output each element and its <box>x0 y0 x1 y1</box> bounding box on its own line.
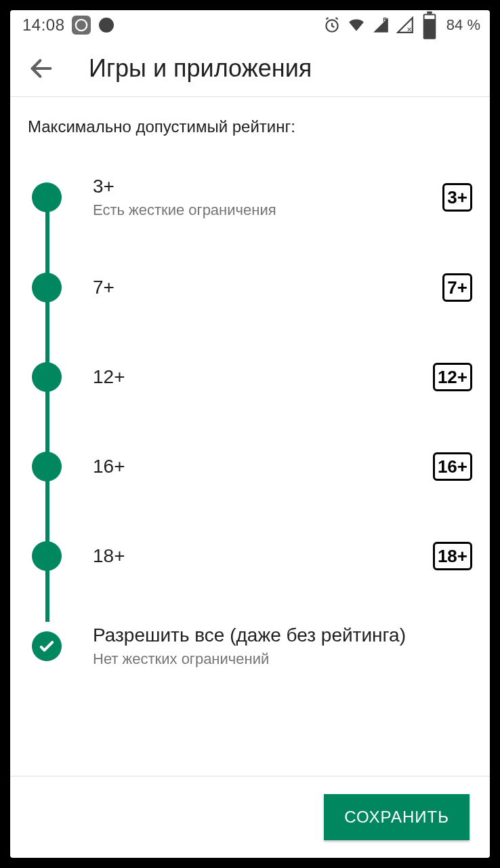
rating-option-3plus[interactable]: 3+ Есть жесткие ограничения 3+ <box>28 176 472 219</box>
wifi-icon <box>348 16 365 34</box>
status-time: 14:08 <box>22 16 65 35</box>
radio-indicator <box>32 362 62 392</box>
radio-indicator <box>32 273 62 302</box>
option-subtitle: Есть жесткие ограничения <box>93 201 442 219</box>
svg-text:✕: ✕ <box>407 26 412 33</box>
age-badge-icon: 18+ <box>433 542 472 570</box>
rating-option-16plus[interactable]: 16+ 16+ <box>28 446 472 488</box>
check-icon <box>37 637 56 656</box>
radio-indicator <box>32 182 62 212</box>
age-badge-icon: 3+ <box>442 183 472 212</box>
svg-rect-6 <box>424 15 434 19</box>
rating-options: 3+ Есть жесткие ограничения 3+ 7+ 7+ <box>28 176 472 668</box>
option-title: 18+ <box>93 545 433 567</box>
option-title: 7+ <box>93 277 442 298</box>
option-subtitle: Нет жестких ограничений <box>93 650 472 668</box>
alarm-filled-icon <box>98 16 115 34</box>
save-button[interactable]: СОХРАНИТЬ <box>324 794 470 840</box>
radio-indicator <box>32 631 62 661</box>
age-badge-icon: 16+ <box>433 452 472 481</box>
section-label: Максимально допустимый рейтинг: <box>28 117 472 136</box>
footer: СОХРАНИТЬ <box>10 776 490 858</box>
rating-option-18plus[interactable]: 18+ 18+ <box>28 535 472 577</box>
svg-point-0 <box>75 20 86 31</box>
app-bar: Игры и приложения <box>10 40 490 97</box>
status-bar: 14:08 R ✕ 84 % <box>10 10 490 40</box>
age-badge-icon: 7+ <box>442 273 472 302</box>
signal-nodata-icon: ✕ <box>396 16 414 34</box>
arrow-left-icon <box>28 55 55 82</box>
option-title: 12+ <box>93 366 433 388</box>
option-title: 3+ <box>93 176 442 197</box>
alarm-icon <box>323 16 341 34</box>
svg-rect-5 <box>427 12 432 14</box>
rating-option-12plus[interactable]: 12+ 12+ <box>28 356 472 398</box>
option-title: Разрешить все (даже без рейтинга) <box>93 625 472 646</box>
option-title: 16+ <box>93 456 433 477</box>
age-badge-icon: 12+ <box>433 363 472 391</box>
battery-icon <box>421 16 438 34</box>
svg-text:R: R <box>383 16 388 23</box>
mi-icon <box>72 16 91 35</box>
rating-option-allow-all[interactable]: Разрешить все (даже без рейтинга) Нет же… <box>28 625 472 668</box>
back-button[interactable] <box>21 48 62 89</box>
page-title: Игры и приложения <box>89 54 312 83</box>
signal-icon: R <box>372 16 390 34</box>
battery-percentage: 84 % <box>446 16 480 34</box>
rating-option-7plus[interactable]: 7+ 7+ <box>28 267 472 309</box>
radio-indicator <box>32 541 62 571</box>
radio-indicator <box>32 452 62 481</box>
